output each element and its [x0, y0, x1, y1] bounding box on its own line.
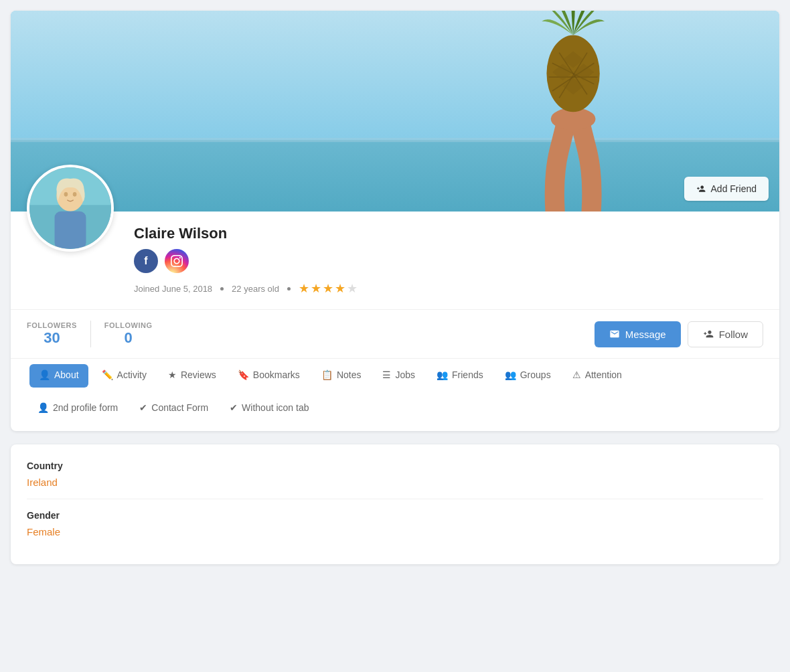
following-count: 0: [104, 329, 153, 347]
tab-activity-label: Activity: [117, 369, 147, 380]
tab-jobs-icon: ☰: [382, 369, 391, 380]
tab-attention-label: Attention: [585, 369, 622, 380]
star-1: ★: [299, 281, 309, 296]
follow-icon: [703, 329, 714, 339]
followers-count: 30: [27, 329, 77, 347]
tab-groups-icon: 👥: [505, 369, 516, 380]
facebook-link[interactable]: f: [134, 249, 158, 273]
tab-friends-icon: 👥: [437, 369, 448, 380]
profile-info-section: Claire Wilson f Joined June 5, 2018 22 y…: [11, 212, 779, 309]
profile-age: 22 years old: [232, 284, 279, 294]
tab-notes-icon: 📋: [321, 369, 333, 380]
tab-attention[interactable]: ⚠ Attention: [562, 360, 633, 392]
star-2: ★: [311, 281, 321, 296]
tab-notes-label: Notes: [337, 369, 362, 380]
meta-separator-1: [220, 287, 224, 290]
add-friend-button[interactable]: Add Friend: [684, 177, 769, 201]
avatar-image: [29, 167, 111, 249]
tab-contact-form-icon: ✔: [139, 402, 147, 413]
gender-value: Female: [27, 526, 763, 537]
tab-reviews-icon: ★: [168, 369, 177, 380]
tab-friends-label: Friends: [452, 369, 483, 380]
country-label: Country: [27, 460, 763, 471]
svg-rect-1: [11, 140, 779, 212]
following-label: FOLLOWING: [104, 321, 153, 329]
avatar: [27, 165, 114, 252]
tab-friends[interactable]: 👥 Friends: [426, 360, 494, 392]
tab-without-icon-label: Without icon tab: [242, 402, 309, 413]
tab-activity-icon: ✏️: [102, 369, 113, 380]
tab-contact-form-label: Contact Form: [151, 402, 208, 413]
tab-bookmarks-label: Bookmarks: [253, 369, 300, 380]
message-button[interactable]: Message: [595, 321, 681, 347]
facebook-icon: f: [144, 255, 147, 267]
tabs-row-1: 👤 About ✏️ Activity ★ Reviews 🔖 Bookmark…: [27, 359, 763, 393]
tab-contact-form[interactable]: ✔ Contact Form: [129, 393, 219, 424]
star-4: ★: [335, 281, 345, 296]
follow-label: Follow: [719, 329, 748, 340]
tabs-section: 👤 About ✏️ Activity ★ Reviews 🔖 Bookmark…: [11, 358, 779, 431]
profile-card: Add Friend: [11, 11, 779, 431]
instagram-link[interactable]: [165, 249, 189, 273]
star-3: ★: [323, 281, 333, 296]
instagram-icon: [171, 255, 183, 267]
tab-2nd-profile-form[interactable]: 👤 2nd profile form: [27, 393, 129, 424]
country-field-group: Country Ireland: [27, 460, 763, 499]
tab-bookmarks-icon: 🔖: [238, 369, 249, 380]
tab-reviews-label: Reviews: [181, 369, 216, 380]
gender-label: Gender: [27, 510, 763, 521]
gender-field-group: Gender Female: [27, 499, 763, 548]
tab-about[interactable]: 👤 About: [29, 364, 88, 388]
svg-rect-13: [55, 212, 86, 249]
join-date: Joined June 5, 2018: [134, 284, 212, 294]
profile-name-area: Claire Wilson f Joined June 5, 2018 22 y…: [134, 212, 763, 296]
country-value: Ireland: [27, 477, 763, 488]
tab-without-icon[interactable]: ✔ Without icon tab: [219, 393, 319, 424]
svg-point-15: [73, 192, 77, 197]
tab-2nd-profile-form-label: 2nd profile form: [53, 402, 118, 413]
message-icon: [609, 329, 620, 339]
profile-name: Claire Wilson: [134, 225, 763, 242]
star-5: ★: [347, 281, 358, 296]
tab-2nd-profile-form-icon: 👤: [37, 402, 49, 413]
action-buttons: Message Follow: [595, 321, 763, 347]
tabs-row-2: 👤 2nd profile form ✔ Contact Form ✔ With…: [27, 393, 763, 431]
profile-meta: Joined June 5, 2018 22 years old ★ ★ ★ ★…: [134, 281, 763, 296]
tab-without-icon-icon: ✔: [230, 402, 238, 413]
tab-notes[interactable]: 📋 Notes: [311, 360, 372, 392]
tab-reviews[interactable]: ★ Reviews: [157, 360, 227, 392]
person-add-icon: [696, 184, 706, 193]
content-card: Country Ireland Gender Female: [11, 444, 779, 564]
meta-separator-2: [287, 287, 291, 290]
rating-stars: ★ ★ ★ ★ ★: [299, 281, 358, 296]
svg-rect-0: [11, 11, 779, 140]
svg-point-14: [64, 192, 68, 197]
tab-jobs-label: Jobs: [395, 369, 415, 380]
svg-rect-2: [11, 138, 779, 142]
message-label: Message: [625, 329, 666, 340]
tab-groups[interactable]: 👥 Groups: [494, 360, 562, 392]
tab-jobs[interactable]: ☰ Jobs: [372, 360, 426, 392]
tab-activity[interactable]: ✏️ Activity: [91, 360, 157, 392]
following-stat[interactable]: FOLLOWING 0: [91, 321, 166, 347]
social-icons: f: [134, 249, 763, 273]
follow-button[interactable]: Follow: [688, 321, 763, 347]
tab-bookmarks[interactable]: 🔖 Bookmarks: [227, 360, 311, 392]
tab-about-icon: 👤: [39, 369, 50, 380]
stats-row: FOLLOWERS 30 FOLLOWING 0 Message: [11, 309, 779, 358]
tab-about-label: About: [54, 369, 79, 380]
tab-attention-icon: ⚠: [572, 369, 581, 380]
add-friend-label: Add Friend: [711, 183, 757, 194]
followers-stat[interactable]: FOLLOWERS 30: [27, 321, 90, 347]
tab-groups-label: Groups: [520, 369, 551, 380]
followers-label: FOLLOWERS: [27, 321, 77, 329]
cover-photo: Add Friend: [11, 11, 779, 212]
